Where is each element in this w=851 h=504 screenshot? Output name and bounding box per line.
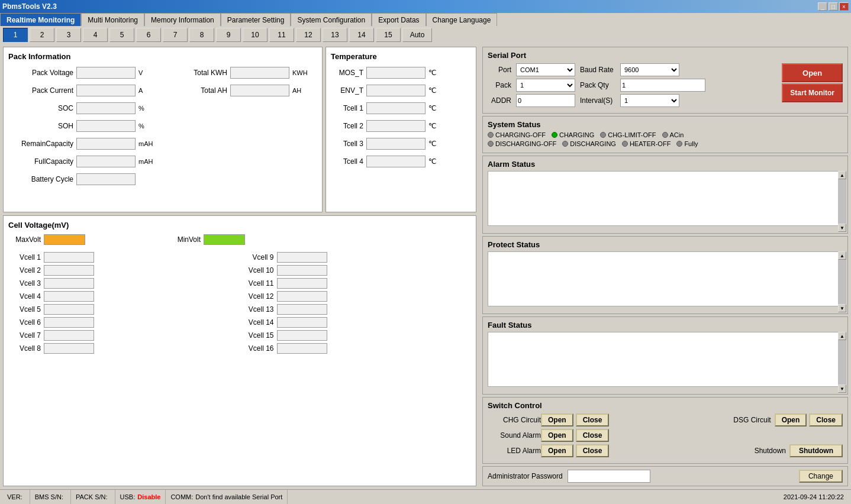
- admin-password-input[interactable]: [568, 470, 650, 483]
- remain-capacity-input[interactable]: [76, 138, 136, 150]
- led-charging: [552, 132, 557, 138]
- sound-alarm-open-button[interactable]: Open: [541, 429, 573, 442]
- vcell9-input[interactable]: [277, 252, 327, 263]
- vcell11-input[interactable]: [277, 278, 327, 289]
- vcell2-input[interactable]: [44, 265, 94, 276]
- led-fully: [676, 141, 682, 147]
- sound-alarm-close-button[interactable]: Close: [576, 429, 610, 442]
- tab-memory-information[interactable]: Memory Information: [144, 13, 221, 26]
- pack-tab-4[interactable]: 4: [83, 28, 108, 42]
- tab-system-configuration[interactable]: System Configuration: [291, 13, 372, 26]
- vcell14-label: Vcell 14: [241, 318, 274, 327]
- maximize-button[interactable]: □: [829, 2, 838, 11]
- pack-tab-13[interactable]: 13: [323, 28, 347, 42]
- alarm-scrollbar[interactable]: ▲ ▼: [838, 171, 846, 232]
- vcell7-input[interactable]: [44, 330, 94, 341]
- vcell8-input[interactable]: [44, 343, 94, 354]
- fault-scrollbar[interactable]: ▲ ▼: [838, 332, 846, 393]
- vcell10-input[interactable]: [277, 265, 327, 276]
- protect-status-content[interactable]: [488, 251, 843, 306]
- pack-current-input[interactable]: [76, 85, 136, 96]
- pack-tab-3[interactable]: 3: [56, 28, 81, 42]
- pack-tab-auto[interactable]: Auto: [402, 28, 432, 42]
- pack-tab-1[interactable]: 1: [3, 28, 28, 42]
- vcell5-input[interactable]: [44, 304, 94, 315]
- tab-multi-monitoring[interactable]: Multi Monitoring: [81, 13, 144, 26]
- cell-grid: Vcell 1 Vcell 2 Vcell 3 Vcell 4 Vcell 5 …: [8, 252, 471, 356]
- vcell15-input[interactable]: [277, 330, 327, 341]
- soh-input[interactable]: [76, 120, 136, 132]
- protect-scrollbar[interactable]: ▲ ▼: [838, 251, 846, 312]
- minimize-button[interactable]: _: [818, 2, 827, 11]
- vcell13-input[interactable]: [277, 304, 327, 315]
- pack-tab-11[interactable]: 11: [269, 28, 294, 42]
- led-alarm-close-button[interactable]: Close: [576, 444, 610, 457]
- fault-scroll-down[interactable]: ▼: [838, 385, 846, 393]
- pack-tab-9[interactable]: 9: [216, 28, 241, 42]
- addr-input[interactable]: [516, 94, 575, 107]
- tab-parameter-setting[interactable]: Parameter Setting: [221, 13, 291, 26]
- pack-tab-2[interactable]: 2: [30, 28, 54, 42]
- total-kwh-input[interactable]: [230, 67, 289, 79]
- envt-input[interactable]: [366, 85, 426, 96]
- vcell16-input[interactable]: [277, 343, 327, 354]
- vcell4-input[interactable]: [44, 291, 94, 302]
- tcell3-input[interactable]: [366, 138, 426, 150]
- pack-select[interactable]: 1: [516, 79, 575, 92]
- tcell3-label: Tcell 3: [331, 140, 363, 148]
- led-alarm-open-button[interactable]: Open: [541, 444, 573, 457]
- chg-circuit-close-button[interactable]: Close: [576, 413, 610, 427]
- pack-tab-12[interactable]: 12: [296, 28, 321, 42]
- packqty-input[interactable]: [620, 79, 705, 92]
- pack-tab-15[interactable]: 15: [376, 28, 401, 42]
- full-capacity-label: FullCapacity: [8, 157, 73, 166]
- status-discharging: DISCHARGING: [562, 140, 616, 147]
- shutdown-button[interactable]: Shutdown: [789, 444, 843, 457]
- full-capacity-input[interactable]: [76, 156, 136, 167]
- tcell1-input[interactable]: [366, 102, 426, 114]
- dsg-circuit-close-button[interactable]: Close: [809, 413, 843, 427]
- baudrate-select[interactable]: 9600: [620, 63, 679, 76]
- pack-tab-6[interactable]: 6: [136, 28, 161, 42]
- fault-status-content[interactable]: [488, 332, 843, 387]
- vcell12-input[interactable]: [277, 291, 327, 302]
- pack-voltage-label: Pack Voltage: [8, 69, 73, 77]
- most-input[interactable]: [366, 67, 426, 79]
- vcell14-input[interactable]: [277, 317, 327, 328]
- vcell3-input[interactable]: [44, 278, 94, 289]
- close-button[interactable]: ×: [839, 2, 849, 11]
- interval-select[interactable]: 1: [620, 94, 679, 107]
- total-ah-input[interactable]: [230, 85, 289, 96]
- pack-tab-7[interactable]: 7: [163, 28, 188, 42]
- fault-scroll-up[interactable]: ▲: [838, 332, 846, 340]
- alarm-scroll-up[interactable]: ▲: [838, 171, 846, 179]
- open-button[interactable]: Open: [782, 63, 843, 82]
- charging-off-label: CHARGING-OFF: [495, 131, 546, 138]
- soc-input[interactable]: [76, 102, 136, 114]
- alarm-scroll-track: [838, 179, 846, 224]
- protect-scroll-track: [838, 260, 846, 304]
- alarm-scroll-down[interactable]: ▼: [838, 224, 846, 232]
- tab-realtime-monitoring[interactable]: Realtime Monitoring: [0, 13, 81, 26]
- pack-info-title: Pack Information: [8, 52, 317, 61]
- vcell1-input[interactable]: [44, 252, 94, 263]
- tcell2-input[interactable]: [366, 120, 426, 132]
- port-select[interactable]: COM1: [516, 63, 575, 76]
- protect-scroll-up[interactable]: ▲: [838, 251, 846, 260]
- dsg-circuit-open-button[interactable]: Open: [775, 413, 807, 427]
- tcell4-input[interactable]: [366, 156, 426, 167]
- tab-change-language[interactable]: Change Language: [426, 13, 498, 26]
- chg-circuit-open-button[interactable]: Open: [541, 413, 573, 427]
- tab-export-datas[interactable]: Export Datas: [372, 13, 426, 26]
- alarm-status-content[interactable]: [488, 171, 843, 226]
- pack-tab-5[interactable]: 5: [109, 28, 134, 42]
- protect-scroll-down[interactable]: ▼: [838, 304, 846, 312]
- battery-cycle-input[interactable]: [76, 173, 136, 185]
- pack-tab-8[interactable]: 8: [189, 28, 214, 42]
- pack-tab-10[interactable]: 10: [243, 28, 267, 42]
- pack-voltage-input[interactable]: [76, 67, 136, 79]
- start-monitor-button[interactable]: Start Monitor: [782, 83, 843, 102]
- vcell6-input[interactable]: [44, 317, 94, 328]
- pack-tab-14[interactable]: 14: [349, 28, 374, 42]
- change-password-button[interactable]: Change: [799, 470, 843, 483]
